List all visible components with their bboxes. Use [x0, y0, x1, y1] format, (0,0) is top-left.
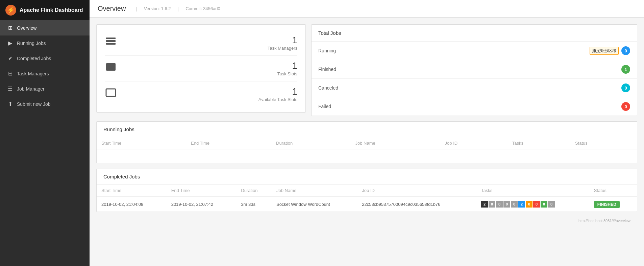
col-start-time: Start Time — [97, 137, 186, 149]
sidebar-icon-running-jobs: ▶ — [7, 40, 14, 46]
total-jobs-panel: Total Jobs Running 捕捉矩形区域 0 Finished 1 C… — [311, 24, 637, 116]
job-count-badge: 0 — [621, 46, 630, 55]
stat-available-slots: 1 Available Task Slots — [105, 81, 297, 107]
running-jobs-section: Running Jobs Start Time End Time Duratio… — [96, 121, 637, 163]
completed-jobs-section: Completed Jobs Start Time End Time Durat… — [96, 169, 637, 212]
running-jobs-header: Start Time End Time Duration Job Name Jo… — [97, 137, 637, 149]
job-status-row-running: Running 捕捉矩形区域 0 — [312, 42, 637, 60]
sidebar-icon-job-manager: ☰ — [7, 86, 14, 92]
task-badge: 2 — [481, 201, 488, 208]
total-jobs-rows: Running 捕捉矩形区域 0 Finished 1 Canceled 0 F… — [312, 42, 637, 116]
col-job-name-c: Job Name — [272, 185, 357, 197]
col-tasks-c: Tasks — [476, 185, 589, 197]
task-slots-icon — [105, 61, 118, 76]
sidebar-item-overview[interactable]: ⊞Overview — [0, 20, 90, 35]
task-badge: 0 — [503, 201, 510, 208]
sidebar-icon-submit-job: ⬆ — [7, 101, 14, 107]
task-slots-value: 1 Task Slots — [277, 61, 297, 76]
task-badge: 0 — [489, 201, 495, 208]
sidebar-icon-task-managers: ⊟ — [7, 70, 14, 77]
running-jobs-body — [97, 149, 637, 163]
svg-rect-0 — [106, 38, 116, 39]
completed-jobs-body: 2019-10-02, 21:04:08 2019-10-02, 21:07:4… — [97, 197, 637, 212]
job-status-label: Failed — [318, 104, 621, 109]
job-count-badge: 0 — [621, 102, 630, 111]
col-job-name: Job Name — [350, 137, 440, 149]
stats-row: 1 Task Managers 1 Task Slots — [96, 24, 637, 116]
sidebar-label-completed-jobs: Completed Jobs — [17, 56, 51, 61]
cell-start-time: 2019-10-02, 21:04:08 — [97, 197, 167, 212]
sidebar: ⚡ Apache Flink Dashboard ⊞Overview▶Runni… — [0, 0, 90, 266]
sidebar-item-job-manager[interactable]: ☰Job Manager — [0, 81, 90, 96]
col-start-time-c: Start Time — [97, 185, 167, 197]
svg-rect-3 — [106, 63, 116, 71]
job-status-label: Running — [318, 48, 590, 53]
stats-cards: 1 Task Managers 1 Task Slots — [96, 24, 306, 113]
sidebar-label-submit-job: Submit new Job — [17, 101, 51, 107]
no-running-jobs — [97, 149, 637, 163]
topbar: Overview | Version: 1.6.2 | Commit: 3456… — [90, 0, 644, 18]
available-slots-icon — [105, 87, 118, 101]
col-duration: Duration — [271, 137, 350, 149]
sidebar-header: ⚡ Apache Flink Dashboard — [0, 0, 90, 20]
app-title: Apache Flink Dashboard — [20, 7, 83, 13]
cell-status: FINISHED — [589, 197, 637, 212]
col-status-c: Status — [589, 185, 637, 197]
stat-task-slots: 1 Task Slots — [105, 56, 297, 81]
sidebar-icon-completed-jobs: ✔ — [7, 55, 14, 62]
sidebar-label-job-manager: Job Manager — [17, 86, 45, 92]
col-duration-c: Duration — [236, 185, 272, 197]
cell-job-id: 22c53cb95375700094c9c035658fd1b76 — [357, 197, 476, 212]
main-content: Overview | Version: 1.6.2 | Commit: 3456… — [90, 0, 644, 266]
sidebar-icon-overview: ⊞ — [7, 25, 14, 31]
task-badge: 0 — [511, 201, 518, 208]
cell-duration: 3m 33s — [236, 197, 272, 212]
page-title: Overview — [98, 5, 126, 13]
job-status-row-canceled: Canceled 0 — [312, 79, 637, 97]
job-status-label: Finished — [318, 67, 621, 72]
task-badge: 0 — [548, 201, 555, 208]
task-badge: 2 — [518, 201, 525, 208]
version-label: Version: 1.6.2 — [144, 6, 171, 11]
sidebar-label-task-managers: Task Managers — [17, 71, 49, 76]
col-status: Status — [570, 137, 637, 149]
task-badge: 0 — [496, 201, 503, 208]
table-row[interactable]: 2019-10-02, 21:04:08 2019-10-02, 21:07:4… — [97, 197, 637, 212]
task-managers-value: 1 Task Managers — [268, 35, 297, 51]
task-badge: 0 — [541, 201, 547, 208]
running-jobs-title: Running Jobs — [97, 122, 637, 137]
sidebar-item-completed-jobs[interactable]: ✔Completed Jobs — [0, 51, 90, 66]
capture-hint: 捕捉矩形区域 — [590, 47, 619, 55]
job-status-label: Canceled — [318, 85, 621, 91]
job-count-badge: 0 — [621, 83, 630, 92]
cell-tasks: 2000020000 — [476, 197, 589, 212]
sidebar-label-overview: Overview — [17, 25, 36, 31]
status-badge: FINISHED — [594, 201, 620, 208]
task-badge: 0 — [533, 201, 540, 208]
sidebar-item-running-jobs[interactable]: ▶Running Jobs — [0, 35, 90, 51]
sidebar-item-task-managers[interactable]: ⊟Task Managers — [0, 66, 90, 81]
available-slots-value: 1 Available Task Slots — [258, 86, 297, 102]
svg-rect-4 — [106, 89, 116, 96]
col-job-id: Job ID — [440, 137, 507, 149]
completed-jobs-table: Start Time End Time Duration Job Name Jo… — [97, 185, 637, 212]
cell-end-time: 2019-10-02, 21:07:42 — [167, 197, 237, 212]
job-count-badge: 1 — [621, 65, 630, 74]
running-jobs-table: Start Time End Time Duration Job Name Jo… — [97, 137, 637, 163]
col-tasks: Tasks — [507, 137, 570, 149]
svg-rect-1 — [106, 40, 116, 42]
col-end-time-c: End Time — [167, 185, 237, 197]
sidebar-label-running-jobs: Running Jobs — [17, 41, 46, 46]
svg-rect-2 — [106, 43, 116, 45]
sidebar-item-submit-job[interactable]: ⬆Submit new Job — [0, 96, 90, 112]
completed-jobs-header: Start Time End Time Duration Job Name Jo… — [97, 185, 637, 197]
bottom-hint: http://localhost:8081/#/overview — [96, 217, 637, 224]
job-status-row-finished: Finished 1 — [312, 60, 637, 79]
flink-logo-icon: ⚡ — [5, 5, 16, 16]
task-badge: 0 — [526, 201, 532, 208]
col-job-id-c: Job ID — [357, 185, 476, 197]
stat-task-managers: 1 Task Managers — [105, 30, 297, 56]
sidebar-nav: ⊞Overview▶Running Jobs✔Completed Jobs⊟Ta… — [0, 20, 90, 112]
col-end-time: End Time — [186, 137, 271, 149]
content-area: 1 Task Managers 1 Task Slots — [90, 18, 644, 231]
